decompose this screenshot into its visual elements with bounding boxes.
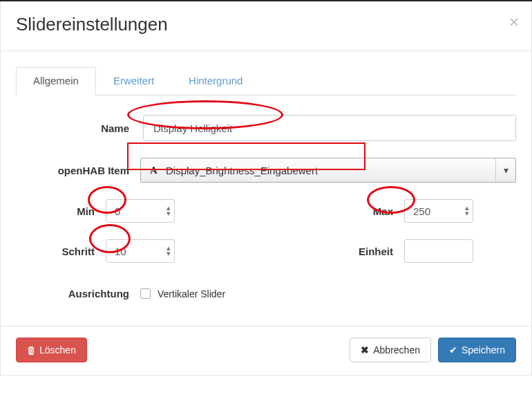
dialog-header: Slidereinstellungen × bbox=[1, 1, 531, 51]
row-item: openHAB Item A Display_Brightness_Eingab… bbox=[16, 158, 516, 183]
item-select-text: Display_Brightness_Eingabewert bbox=[166, 165, 318, 176]
max-label: Max bbox=[266, 205, 404, 217]
max-input[interactable] bbox=[404, 199, 473, 223]
name-label: Name bbox=[16, 122, 140, 134]
vertical-slider-label: Vertikaler Slider bbox=[158, 288, 225, 299]
row-step-unit: Schritt ▴▾ Einheit bbox=[16, 239, 516, 263]
check-icon: ✔ bbox=[449, 344, 457, 356]
row-name: Name bbox=[16, 115, 516, 141]
save-button[interactable]: ✔ Speichern bbox=[438, 338, 516, 362]
row-min-max: Min ▴▾ Max ▴▾ bbox=[16, 199, 516, 223]
delete-button[interactable]: Löschen bbox=[16, 338, 87, 362]
tab-bar: Allgemein Erweitert Hintergrund bbox=[16, 66, 516, 95]
trash-icon bbox=[27, 346, 35, 355]
item-select-value: A Display_Brightness_Eingabewert bbox=[141, 158, 496, 182]
svg-text:A: A bbox=[150, 165, 158, 176]
chevron-down-icon: ▾ bbox=[496, 158, 515, 182]
cancel-button[interactable]: ✖ Abbrechen bbox=[350, 338, 431, 362]
cancel-icon: ✖ bbox=[361, 344, 369, 356]
item-select[interactable]: A Display_Brightness_Eingabewert ▾ bbox=[140, 158, 516, 183]
tab-general[interactable]: Allgemein bbox=[16, 67, 96, 95]
min-input[interactable] bbox=[106, 199, 175, 223]
dialog-title: Slidereinstellungen bbox=[16, 14, 516, 35]
vertical-slider-checkbox[interactable]: Vertikaler Slider bbox=[140, 288, 225, 299]
spinner-icon[interactable]: ▴▾ bbox=[465, 205, 469, 216]
tab-advanced[interactable]: Erweitert bbox=[96, 67, 171, 95]
save-label: Speichern bbox=[462, 344, 505, 356]
unit-input[interactable] bbox=[404, 239, 473, 263]
spinner-icon[interactable]: ▴▾ bbox=[167, 205, 171, 216]
text-item-icon: A bbox=[149, 165, 160, 176]
slider-settings-dialog: Slidereinstellungen × Allgemein Erweiter… bbox=[0, 1, 532, 376]
step-label: Schritt bbox=[16, 246, 106, 257]
tab-background[interactable]: Hintergrund bbox=[171, 67, 260, 95]
checkbox-icon bbox=[140, 288, 151, 299]
min-label: Min bbox=[16, 205, 106, 217]
close-button[interactable]: × bbox=[509, 14, 519, 30]
delete-label: Löschen bbox=[39, 344, 76, 356]
cancel-label: Abbrechen bbox=[373, 344, 420, 356]
dialog-footer: Löschen ✖ Abbrechen ✔ Speichern bbox=[1, 326, 531, 375]
unit-label: Einheit bbox=[266, 246, 404, 257]
orientation-label: Ausrichtung bbox=[16, 288, 140, 299]
dialog-body: Allgemein Erweitert Hintergrund Name ope… bbox=[1, 51, 531, 326]
item-label: openHAB Item bbox=[16, 165, 140, 176]
row-orientation: Ausrichtung Vertikaler Slider bbox=[16, 288, 516, 299]
step-input[interactable] bbox=[106, 239, 175, 263]
name-input[interactable] bbox=[143, 115, 516, 141]
close-icon: × bbox=[509, 12, 519, 31]
spinner-icon[interactable]: ▴▾ bbox=[167, 246, 171, 256]
